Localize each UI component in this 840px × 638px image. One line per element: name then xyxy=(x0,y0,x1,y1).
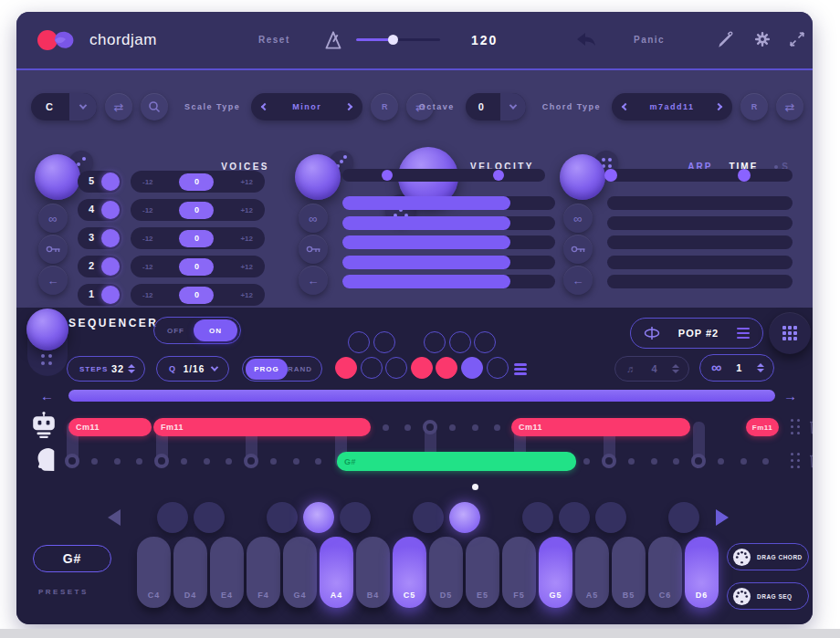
key-label: D4 xyxy=(173,591,207,600)
resize-icon[interactable] xyxy=(788,30,806,52)
voice-number: 2 xyxy=(89,260,94,271)
key-label: B4 xyxy=(356,591,390,600)
scale-random-button[interactable]: R xyxy=(371,93,398,120)
drag-chord-label: DRAG CHORD xyxy=(757,554,803,560)
reset-button[interactable]: Reset xyxy=(258,35,290,45)
black-key-D#5[interactable] xyxy=(449,502,480,533)
white-key-F5[interactable]: F5 xyxy=(502,537,536,608)
key-label: G4 xyxy=(283,591,317,600)
black-key-F#4[interactable] xyxy=(267,502,298,533)
offset-max-label: +12 xyxy=(240,235,253,243)
arp-time-bar[interactable] xyxy=(607,235,793,249)
white-key-E5[interactable]: E5 xyxy=(466,537,499,608)
white-key-B4[interactable]: B4 xyxy=(356,537,390,608)
tempo-slider-thumb[interactable] xyxy=(388,35,398,45)
key-label: F5 xyxy=(502,591,536,600)
white-key-E4[interactable]: E4 xyxy=(210,537,244,608)
edit-pencil-icon[interactable] xyxy=(718,30,736,52)
voice-count-button[interactable]: 3 xyxy=(78,227,121,249)
metronome-icon xyxy=(323,30,343,54)
voice-offset-control[interactable]: -120+12 xyxy=(131,256,265,277)
voice-count-button[interactable]: 5 xyxy=(78,171,121,193)
key-label: F4 xyxy=(247,591,280,600)
undo-icon[interactable] xyxy=(575,32,597,52)
arp-time-bar[interactable] xyxy=(607,196,793,210)
chevron-left-icon[interactable] xyxy=(622,103,629,110)
velocity-bars xyxy=(288,149,562,308)
voice-offset-control[interactable]: -120+12 xyxy=(131,284,265,306)
voice-indicator[interactable] xyxy=(101,286,120,304)
velocity-bar[interactable] xyxy=(342,275,555,288)
white-key-D5[interactable]: D5 xyxy=(429,537,463,608)
white-key-A5[interactable]: A5 xyxy=(575,537,609,608)
scale-type-select[interactable]: Minor xyxy=(251,93,362,120)
root-swap-button[interactable]: ⇄ xyxy=(105,93,132,120)
white-key-G4[interactable]: G4 xyxy=(283,537,317,608)
velocity-bar[interactable] xyxy=(342,256,555,269)
voices-rows: 5-120+124-120+123-120+122-120+121-120+12 xyxy=(27,149,288,308)
offset-max-label: +12 xyxy=(240,178,253,186)
velocity-bar-fill xyxy=(342,216,510,230)
arp-time-bar[interactable] xyxy=(607,256,793,269)
chord-type-value: m7add11 xyxy=(649,102,694,111)
black-key-C#4[interactable] xyxy=(157,502,188,533)
chevron-left-icon[interactable] xyxy=(261,103,268,110)
voice-count-button[interactable]: 4 xyxy=(78,199,121,221)
black-key-C#6[interactable] xyxy=(668,502,699,533)
voice-offset-control[interactable]: -120+12 xyxy=(131,199,265,221)
black-key-A#5[interactable] xyxy=(595,502,626,533)
white-key-B5[interactable]: B5 xyxy=(612,537,646,608)
chevron-down-icon[interactable] xyxy=(500,93,526,120)
voice-number: 4 xyxy=(89,204,94,214)
white-key-A4[interactable]: A4 xyxy=(320,537,353,608)
tempo-slider[interactable] xyxy=(356,38,440,41)
chord-swap-button[interactable]: ⇄ xyxy=(776,93,803,120)
velocity-panel: VELOCITY ∞ ← xyxy=(288,149,562,308)
black-key-G#4[interactable] xyxy=(303,502,334,533)
voice-indicator[interactable] xyxy=(101,257,120,276)
voice-indicator[interactable] xyxy=(101,173,120,191)
white-key-F4[interactable]: F4 xyxy=(247,537,280,608)
velocity-bar[interactable] xyxy=(342,196,555,210)
chevron-down-icon[interactable] xyxy=(69,93,97,120)
top-bar: chordjam Reset 120 Panic xyxy=(16,12,813,70)
drag-chord-button[interactable]: DRAG CHORD xyxy=(727,543,809,570)
chord-random-button[interactable]: R xyxy=(740,93,768,120)
black-key-C#5[interactable] xyxy=(413,502,444,533)
app-title: chordjam xyxy=(89,31,157,49)
arp-time-bar[interactable] xyxy=(607,216,793,230)
black-key-D#4[interactable] xyxy=(194,502,225,533)
octave-select[interactable]: 0 xyxy=(466,93,526,120)
white-key-D6[interactable]: D6 xyxy=(685,537,719,608)
velocity-bar-fill xyxy=(342,275,510,288)
velocity-bar[interactable] xyxy=(342,235,555,249)
root-note-select[interactable]: C xyxy=(31,93,97,120)
settings-gear-icon[interactable] xyxy=(753,30,772,52)
white-key-D4[interactable]: D4 xyxy=(173,537,207,608)
chevron-right-icon[interactable] xyxy=(345,103,352,110)
panic-button[interactable]: Panic xyxy=(634,35,665,45)
black-key-F#5[interactable] xyxy=(522,502,553,533)
voice-offset-control[interactable]: -120+12 xyxy=(131,171,265,193)
voice-indicator[interactable] xyxy=(101,201,120,219)
voice-count-button[interactable]: 1 xyxy=(78,284,121,306)
voice-count-button[interactable]: 2 xyxy=(78,256,121,277)
voice-indicator[interactable] xyxy=(101,229,120,247)
white-key-C6[interactable]: C6 xyxy=(648,537,682,608)
chord-type-select[interactable]: m7add11 xyxy=(612,93,732,120)
white-key-C5[interactable]: C5 xyxy=(393,537,426,608)
voice-offset-control[interactable]: -120+12 xyxy=(131,227,265,249)
brand: chordjam xyxy=(37,27,157,53)
white-key-G5[interactable]: G5 xyxy=(539,537,572,608)
chevron-right-icon[interactable] xyxy=(715,103,722,110)
velocity-bar[interactable] xyxy=(342,216,555,230)
voice-number: 3 xyxy=(89,232,94,243)
black-key-A#4[interactable] xyxy=(340,502,371,533)
arp-time-bar[interactable] xyxy=(607,275,793,288)
black-key-G#5[interactable] xyxy=(559,502,590,533)
white-key-C4[interactable]: C4 xyxy=(137,537,171,608)
root-search-button[interactable] xyxy=(141,93,168,120)
drag-seq-button[interactable]: DRAG SEQ xyxy=(727,582,809,610)
bpm-value[interactable]: 120 xyxy=(471,33,498,47)
offset-max-label: +12 xyxy=(240,263,253,271)
